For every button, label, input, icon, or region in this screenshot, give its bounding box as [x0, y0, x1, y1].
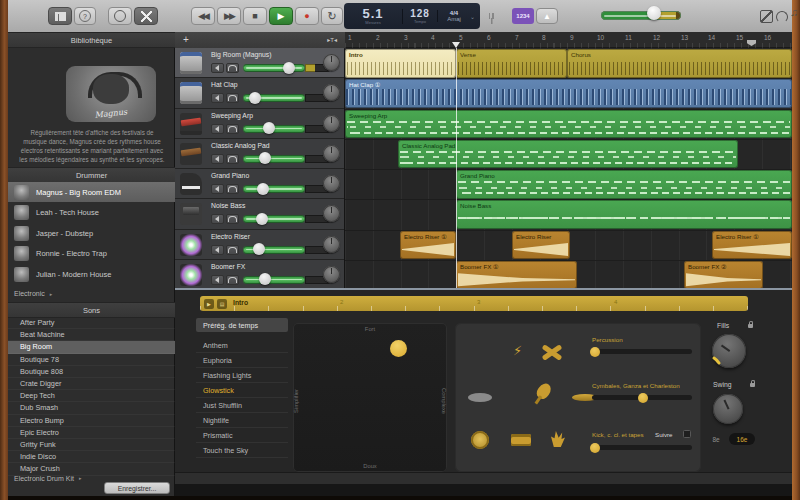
loop-browser-icon[interactable]	[776, 9, 788, 27]
lock-icon[interactable]	[750, 383, 755, 387]
quick-help-button[interactable]: ?	[74, 7, 96, 25]
rewind-button[interactable]: ◀◀	[191, 7, 215, 25]
cymbals-knob[interactable]	[638, 393, 648, 403]
sound-item[interactable]: Boutique 808	[8, 366, 175, 378]
sound-item[interactable]: Boutique 78	[8, 354, 175, 366]
fills-knob[interactable]	[712, 334, 746, 368]
volume-knob[interactable]	[283, 62, 295, 74]
snare-808-icon[interactable]	[511, 434, 531, 446]
cut-button[interactable]	[134, 7, 158, 25]
volume-slider[interactable]	[243, 185, 305, 193]
drummer-item-jasper[interactable]: Jasper - Dubstep	[8, 223, 175, 243]
playhead-line[interactable]	[456, 48, 457, 290]
solo-button[interactable]	[226, 214, 239, 224]
record-button[interactable]: ●	[295, 7, 319, 25]
mute-button[interactable]	[211, 154, 224, 164]
solo-button[interactable]	[226, 245, 239, 255]
region-sweeping-arp[interactable]: Sweeping Arp	[345, 110, 792, 139]
volume-knob[interactable]	[257, 183, 269, 195]
add-track-button[interactable]: +	[183, 34, 189, 45]
shaker-icon[interactable]	[534, 381, 553, 401]
sound-item[interactable]: Electro Bump	[8, 415, 175, 427]
preset-item[interactable]: Euphoria	[196, 353, 288, 368]
clap-hand-icon[interactable]	[551, 431, 565, 447]
volume-slider[interactable]	[243, 64, 305, 72]
preset-item[interactable]: Prismatic	[196, 428, 288, 443]
save-button[interactable]: Enregistrer...	[104, 482, 170, 494]
drummer-item-julian[interactable]: Julian - Modern House	[8, 264, 175, 284]
track-row-boomer-fx[interactable]: Boomer FX	[175, 260, 344, 290]
pan-knob[interactable]	[323, 236, 340, 253]
timeline-ruler[interactable]: 1 2 3 4 5 6 7 8 9 10 11 12 13 14 15 16	[345, 32, 792, 48]
solo-button[interactable]	[226, 93, 239, 103]
solo-button[interactable]	[226, 154, 239, 164]
electronic-perc-icon[interactable]: ⚡	[513, 343, 522, 358]
solo-button[interactable]	[226, 63, 239, 73]
sound-item[interactable]: Crate Digger	[8, 378, 175, 390]
stop-button[interactable]: ■	[243, 7, 267, 25]
mute-button[interactable]	[211, 214, 224, 224]
preset-item[interactable]: Touch the Sky	[196, 443, 288, 458]
sound-item[interactable]: Epic Electro	[8, 427, 175, 439]
mute-button[interactable]	[211, 124, 224, 134]
master-volume-knob[interactable]	[647, 6, 661, 20]
drummer-item-leah[interactable]: Leah - Tech House	[8, 203, 175, 223]
play-button[interactable]: ▶	[269, 7, 293, 25]
mute-button[interactable]	[211, 184, 224, 194]
count-in-button[interactable]: 1234	[512, 8, 534, 24]
lcd-display[interactable]: 5.1 Mesures 128 Tempo 4/4 Amaj ⌄	[344, 3, 480, 29]
pan-knob[interactable]	[323, 205, 340, 222]
kick-slider[interactable]	[592, 445, 692, 450]
preset-item[interactable]: Flashing Lights	[196, 368, 288, 383]
region-grand-piano[interactable]: Grand Piano	[456, 170, 792, 199]
region-electro-riser-3[interactable]: Electro Riser ①	[712, 231, 792, 260]
solo-button[interactable]	[226, 124, 239, 134]
volume-slider[interactable]	[243, 276, 305, 284]
region-verse[interactable]: Verse	[456, 49, 567, 78]
xy-puck[interactable]	[390, 340, 407, 357]
solo-button[interactable]	[226, 275, 239, 285]
percussion-slider[interactable]	[592, 349, 692, 354]
sixteenth-note-button[interactable]: 16e	[729, 433, 755, 445]
percussion-knob[interactable]	[590, 347, 600, 357]
follow-checkbox[interactable]	[683, 430, 691, 438]
preset-item[interactable]: Just Shufflin	[196, 398, 288, 413]
pan-knob[interactable]	[323, 115, 340, 132]
region-chorus[interactable]: Chorus	[567, 49, 792, 78]
media-browser-icon[interactable]: ♫	[790, 6, 798, 18]
tuner-button[interactable]	[108, 7, 132, 25]
track-row-sweeping-arp[interactable]: Sweeping Arp	[175, 109, 344, 139]
track-row-grand-piano[interactable]: Grand Piano	[175, 169, 344, 199]
mute-button[interactable]	[211, 245, 224, 255]
region-noise-bass[interactable]: Noise Bass	[456, 200, 792, 229]
preset-item[interactable]: Nightlife	[196, 413, 288, 428]
track-row-hat-clap[interactable]: Hat Clap	[175, 78, 344, 108]
volume-slider[interactable]	[243, 215, 305, 223]
category-electronic[interactable]: Electronic▸	[8, 287, 175, 300]
sound-item-selected[interactable]: Big Room	[8, 341, 175, 353]
mute-button[interactable]	[211, 93, 224, 103]
sound-item[interactable]: Dub Smash	[8, 402, 175, 414]
pan-knob[interactable]	[323, 145, 340, 162]
chevron-down-icon[interactable]: ⌄	[470, 13, 480, 20]
drummer-item-magnus[interactable]: Magnus - Big Room EDM	[8, 182, 175, 202]
metronome-button[interactable]: ▲	[536, 8, 558, 24]
track-row-big-room[interactable]: Big Room (Magnus)	[175, 48, 344, 78]
volume-knob[interactable]	[256, 213, 268, 225]
drummer-item-ronnie[interactable]: Ronnie - Electro Trap	[8, 244, 175, 264]
track-row-noise-bass[interactable]: Noise Bass	[175, 199, 344, 229]
master-volume-meter[interactable]	[601, 11, 681, 20]
region-classic-analog-pad[interactable]: Classic Analog Pad	[398, 140, 738, 169]
xy-pad[interactable]: Fort Doux Simplifier Complexe	[293, 323, 447, 472]
track-row-classic-analog-pad[interactable]: Classic Analog Pad	[175, 139, 344, 169]
region-electro-riser-2[interactable]: Electro Riser	[512, 231, 570, 260]
region-intro[interactable]: Intro	[345, 49, 456, 78]
preset-item-selected[interactable]: Glowstick	[196, 383, 288, 398]
volume-knob[interactable]	[253, 243, 265, 255]
solo-button[interactable]	[226, 184, 239, 194]
notepad-icon[interactable]	[760, 9, 773, 27]
region-boomer-fx-1[interactable]: Boomer FX ①	[456, 261, 577, 290]
pan-knob[interactable]	[323, 175, 340, 192]
mute-button[interactable]	[211, 63, 224, 73]
cycle-button[interactable]: ↻	[321, 7, 343, 25]
